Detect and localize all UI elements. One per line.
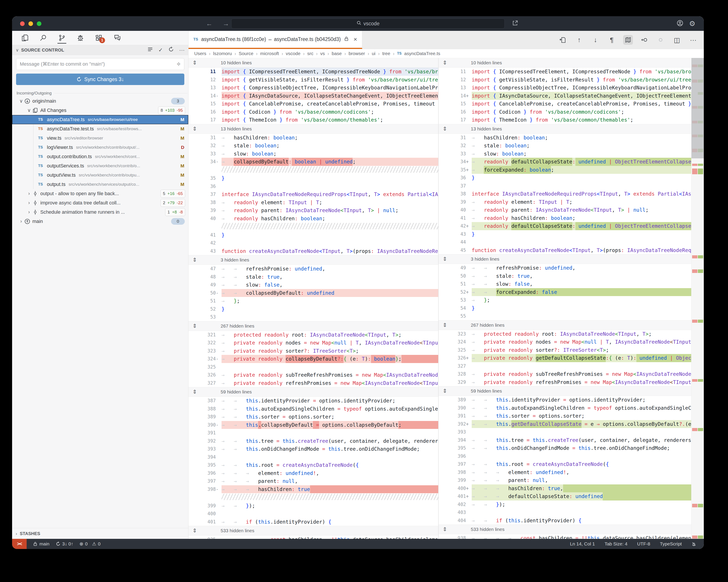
sync-status[interactable]: 3↓ 0↑ — [56, 541, 73, 547]
open-file-icon[interactable] — [558, 35, 568, 45]
search-view-icon[interactable] — [38, 32, 48, 44]
code-line[interactable]: 323→ protected readonly root: IAsyncData… — [439, 330, 691, 338]
code-line[interactable]: 11import { ICompressedTreeElement, IComp… — [439, 68, 691, 76]
command-center-search[interactable]: vscode — [231, 19, 505, 29]
code-line[interactable]: 37 — [439, 182, 691, 190]
cursor-position[interactable]: Ln 14, Col 1 — [570, 541, 595, 547]
code-line[interactable]: 398→ → → element: undefined!, — [439, 468, 691, 477]
code-line[interactable]: 32→ stale: boolean; — [188, 142, 438, 150]
file-item[interactable]: TSoutputServices.tssrc/vs/workbench/cont… — [12, 161, 188, 171]
code-line[interactable]: 398-→ → → hasChildren: true — [188, 485, 438, 494]
code-line[interactable]: 938→ → → → const hasChildren = !!this.da… — [439, 534, 691, 539]
file-item[interactable]: TSoutputView.tssrc/vs/workbench/contrib/… — [12, 171, 188, 180]
code-line[interactable]: 325 — [188, 363, 438, 371]
code-line[interactable]: 390-→ → this.collapseByDefault = options… — [188, 421, 438, 429]
problems-status[interactable]: ⊗0 ⚠0 — [79, 541, 101, 547]
code-line[interactable]: 324-→ private readonly collapseByDefault… — [188, 355, 438, 363]
sparkle-icon[interactable]: ✧ — [176, 61, 181, 68]
branch-item[interactable]: ∨origin/main3 — [12, 97, 188, 106]
code-line[interactable]: 50→ → stale: true, — [439, 272, 691, 280]
code-line[interactable]: 324→ private readonly nodes = new Map<nu… — [439, 338, 691, 346]
code-line[interactable]: 387→ → this.identityProvider = options.i… — [188, 397, 438, 405]
code-line[interactable]: 39→ readonly parent: IAsyncDataTreeNode<… — [188, 206, 438, 214]
code-line[interactable]: 53 — [188, 313, 438, 321]
breadcrumb-item[interactable]: vs — [320, 51, 325, 56]
code-line[interactable]: 390→ → this.autoExpandSingleChildren = t… — [439, 404, 691, 412]
chat-icon[interactable] — [112, 32, 122, 44]
code-line[interactable]: 50-→ → collapsedByDefault: undefined — [188, 289, 438, 297]
code-line[interactable]: 326→ private readonly subTreeRefreshProm… — [188, 371, 438, 379]
hidden-lines-row[interactable]: ⇕533 hidden lines — [439, 525, 691, 534]
code-line[interactable]: 391 — [188, 429, 438, 437]
minimize-window-button[interactable] — [28, 21, 33, 26]
code-line[interactable]: 37interface IAsyncDataTreeNodeRequiredPr… — [188, 190, 438, 199]
code-line[interactable]: 41} — [188, 231, 438, 239]
commit-item[interactable]: ›Schedule animation frame runners in ...… — [12, 207, 188, 217]
file-item[interactable]: TSlogViewer.tssrc/vs/workbench/contrib/o… — [12, 143, 188, 152]
notifications-bell-icon[interactable] — [692, 541, 696, 546]
close-window-button[interactable] — [20, 21, 25, 26]
code-line[interactable]: 327→ private readonly refreshPromises = … — [188, 379, 438, 387]
code-line[interactable]: 55 — [439, 312, 691, 320]
code-line[interactable]: 328→ private readonly subTreeRefreshProm… — [439, 370, 691, 378]
code-line[interactable]: 40→ readonly parent: IAsyncDataTreeNode<… — [439, 206, 691, 214]
code-line[interactable]: 49→ → slow: false, — [188, 281, 438, 289]
commit-check-icon[interactable]: ✓ — [158, 47, 163, 53]
hidden-lines-row[interactable]: ⇕10 hidden lines — [188, 58, 438, 68]
breadcrumb-item[interactable]: browser — [348, 51, 365, 56]
code-line[interactable]: 51→ → slow: false, — [439, 280, 691, 288]
code-line[interactable]: 326+→ private readonly getDefaultCollaps… — [439, 354, 691, 362]
next-change-icon[interactable]: ↓ — [591, 35, 600, 45]
code-line[interactable]: 17import { ThemeIcon } from 'vs/base/com… — [439, 116, 691, 124]
code-line[interactable]: 33→ slow: boolean; — [439, 150, 691, 158]
toggle-whitespace-icon[interactable]: ¶ — [607, 35, 617, 45]
code-line[interactable]: 54} — [439, 304, 691, 312]
toggle-map-icon[interactable] — [623, 35, 633, 45]
nav-back-icon[interactable]: ← — [206, 20, 212, 27]
code-line[interactable]: 393 — [439, 428, 691, 436]
account-icon[interactable] — [677, 20, 683, 27]
code-line[interactable]: 16import { Codicon } from 'vs/base/commo… — [439, 108, 691, 116]
more-actions-icon[interactable]: ··· — [179, 47, 185, 53]
language-mode[interactable]: TypeScript — [660, 541, 682, 547]
remote-indicator[interactable]: >< — [12, 539, 27, 549]
tab-diff-asyncdatatree[interactable]: TS asyncDataTree.ts (86f1cc0e) ⇔ asyncDa… — [188, 31, 362, 49]
code-line[interactable]: 321→ protected readonly root: IAsyncData… — [188, 331, 438, 339]
code-line[interactable]: 391→ → this.sorter = options.sorter; — [439, 412, 691, 420]
hidden-lines-row[interactable]: ⇕13 hidden lines — [439, 124, 691, 134]
code-line[interactable]: 36} — [439, 174, 691, 182]
code-line[interactable]: 34-→ collapsedByDefault: boolean | undef… — [188, 158, 438, 166]
code-line[interactable]: 31→ hasChildren: boolean; — [439, 134, 691, 142]
breadcrumb-item[interactable]: lszomoru — [213, 51, 232, 56]
hidden-lines-row[interactable]: ⇕10 hidden lines — [439, 58, 691, 68]
code-line[interactable]: 45function createAsyncDataTreeNode<TInpu… — [439, 246, 691, 254]
source-control-header[interactable]: ∨ SOURCE CONTROL ✓ ··· — [12, 45, 188, 55]
code-line[interactable]: 47→ → refreshPromise: undefined, — [188, 265, 438, 273]
scrollbar-slider[interactable] — [692, 58, 704, 158]
settings-gear-icon[interactable]: ⚙ — [689, 20, 695, 27]
code-line[interactable]: 389→ → this.sorter = options.sorter; — [188, 413, 438, 421]
code-line[interactable]: 392→ → this.tree = this.createTree(user,… — [188, 437, 438, 445]
code-line[interactable]: 401+→ → → defaultCollapseState: undefine… — [439, 492, 691, 501]
extensions-icon[interactable]: 1 — [94, 32, 104, 44]
breadcrumb-item[interactable]: Users — [194, 51, 206, 56]
file-item[interactable]: TSoutput.tssrc/vs/workbench/services/out… — [12, 180, 188, 189]
code-line[interactable]: 404→ → if (this.identityProvider) { — [439, 516, 691, 525]
code-line[interactable]: 48→ → stale: true, — [188, 273, 438, 281]
code-line[interactable]: 11import { ICompressedTreeElement, IComp… — [188, 68, 438, 76]
code-line[interactable]: 400 — [188, 510, 438, 518]
code-line[interactable]: 35} — [188, 174, 438, 182]
code-line[interactable]: 40→ readonly hasChildren: boolean; — [188, 214, 438, 223]
code-line[interactable]: 41→ readonly hasChildren: boolean; — [439, 214, 691, 222]
source-control-icon[interactable] — [57, 32, 67, 44]
file-item[interactable]: TSoutput.contribution.tssrc/vs/workbench… — [12, 152, 188, 161]
code-line[interactable]: 392+→ → this.getDefaultCollapseState = e… — [439, 420, 691, 428]
code-line[interactable]: 34+→ readonly defaultCollapseState: unde… — [439, 158, 691, 166]
code-line[interactable]: 43} — [439, 230, 691, 238]
commit-message-input[interactable] — [19, 61, 176, 67]
code-line[interactable]: 13import { CompressibleObjectTree, IComp… — [439, 84, 691, 92]
code-line[interactable]: 323→ private readonly sorter?: ITreeSort… — [188, 347, 438, 355]
code-line[interactable]: 53→ }; — [439, 296, 691, 304]
code-line[interactable]: 35+→ forceExpanded: boolean; — [439, 166, 691, 174]
hidden-lines-row[interactable]: ⇕533 hidden lines — [188, 526, 438, 535]
